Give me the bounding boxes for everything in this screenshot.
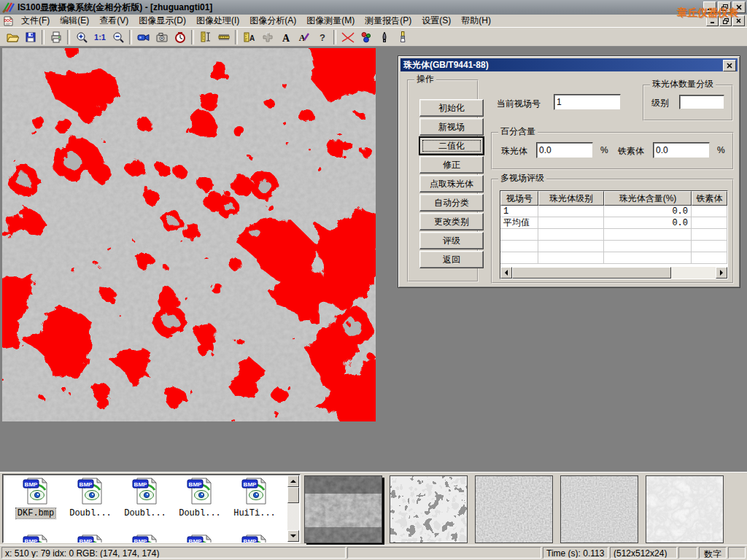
- print-button[interactable]: [47, 28, 65, 46]
- file-item[interactable]: Doubl...: [118, 476, 172, 518]
- auto-classify-button[interactable]: 自动分类: [419, 194, 484, 211]
- initialize-button[interactable]: 初始化: [419, 99, 484, 117]
- menu-item-image-process[interactable]: 图像处理(I): [191, 14, 244, 28]
- open-button[interactable]: [3, 28, 21, 46]
- zoom-in-button[interactable]: [72, 28, 90, 46]
- col-field-number[interactable]: 视场号: [500, 191, 538, 206]
- toolbar-separator: [67, 30, 70, 44]
- help-button[interactable]: ?: [313, 28, 331, 46]
- document-system-icon[interactable]: DOC: [3, 16, 14, 26]
- child-restore-button[interactable]: [719, 15, 732, 26]
- thumbnail-5[interactable]: [646, 475, 724, 543]
- grading-group-label: 珠光体数量分级: [650, 79, 716, 89]
- curve-measure-button[interactable]: [338, 28, 357, 46]
- scroll-left-arrow[interactable]: [500, 267, 512, 279]
- text-button[interactable]: A: [276, 28, 295, 46]
- thumbnail-4[interactable]: [560, 475, 638, 543]
- svg-text:?: ?: [320, 32, 325, 43]
- pen-button[interactable]: [375, 28, 393, 46]
- file-item-partial[interactable]: [9, 533, 63, 543]
- col-pearlite-pct[interactable]: 珠光体含量(%): [604, 191, 692, 206]
- file-item-partial[interactable]: [118, 533, 172, 543]
- new-field-button[interactable]: 新视场: [419, 118, 484, 136]
- pick-pearlite-button[interactable]: 点取珠光体: [419, 175, 484, 192]
- scrollbar-thumb[interactable]: [287, 487, 299, 503]
- menu-item-settings[interactable]: 设置(S): [417, 14, 456, 28]
- child-minimize-button[interactable]: [706, 15, 719, 26]
- return-button[interactable]: 返回: [419, 251, 484, 268]
- menu-item-image-display[interactable]: 图像显示(D): [133, 14, 191, 28]
- col-pearlite-grade[interactable]: 珠光体级别: [538, 191, 604, 206]
- menu-item-image-measure[interactable]: 图像测量(M): [301, 14, 360, 28]
- phase-dots-button[interactable]: [357, 28, 375, 46]
- file-vertical-scrollbar[interactable]: [287, 475, 299, 542]
- bmp-file-icon: [241, 476, 268, 505]
- current-field-input[interactable]: [554, 94, 621, 110]
- ferrite-percent-input[interactable]: [653, 142, 710, 158]
- file-name[interactable]: DKF.bmp: [16, 508, 55, 518]
- pearlite-percent-input[interactable]: [536, 142, 593, 158]
- binarize-button[interactable]: 二值化: [419, 137, 484, 155]
- grade-button[interactable]: 评级: [419, 232, 484, 249]
- grading-group: 珠光体数量分级 级别: [643, 85, 733, 121]
- measure-text-button[interactable]: A: [240, 28, 258, 46]
- brush-button[interactable]: [393, 28, 411, 46]
- status-empty-panel: [347, 547, 541, 559]
- file-item-partial[interactable]: [228, 533, 282, 543]
- grid-cross-button[interactable]: [258, 28, 276, 46]
- scroll-up-arrow[interactable]: [287, 475, 299, 487]
- timer-button[interactable]: [171, 28, 189, 46]
- dialog-title-bar: 珠光体(GB/T9441-88): [400, 58, 738, 71]
- file-item[interactable]: HuiTi...: [228, 476, 282, 518]
- grading-table[interactable]: 视场号 珠光体级别 珠光体含量(%) 铁素体 1 0.0 平均值: [500, 190, 728, 279]
- svg-text:DOC: DOC: [4, 18, 12, 23]
- menu-item-file[interactable]: 文件(F): [16, 14, 55, 28]
- file-item[interactable]: Doubl...: [173, 476, 227, 518]
- minimize-button[interactable]: [703, 1, 716, 13]
- menu-item-image-analysis[interactable]: 图像分析(A): [244, 14, 301, 28]
- status-mode: 数字: [699, 547, 727, 559]
- table-horizontal-scrollbar[interactable]: [500, 267, 727, 279]
- correct-button[interactable]: 修正: [419, 156, 484, 174]
- file-item[interactable]: Doubl...: [63, 476, 117, 518]
- file-name[interactable]: Doubl...: [123, 508, 168, 518]
- col-ferrite[interactable]: 铁素体: [692, 191, 727, 206]
- child-close-button[interactable]: [732, 15, 745, 26]
- ruler-button[interactable]: [214, 28, 233, 46]
- scroll-down-arrow[interactable]: [287, 530, 299, 542]
- actual-size-button[interactable]: 1:1: [90, 28, 109, 46]
- file-name[interactable]: Doubl...: [68, 508, 113, 518]
- video-capture-button[interactable]: [134, 28, 152, 46]
- file-name[interactable]: HuiTi...: [232, 508, 277, 518]
- dialog-close-button[interactable]: [723, 60, 736, 71]
- table-row[interactable]: 1 0.0: [500, 206, 727, 217]
- thumbnail-1[interactable]: [304, 475, 382, 543]
- caliper-button[interactable]: [196, 28, 214, 46]
- file-item[interactable]: DKF.bmp: [9, 476, 63, 518]
- restore-button[interactable]: [718, 1, 731, 13]
- file-item-partial[interactable]: [173, 533, 227, 543]
- file-browser[interactable]: DKF.bmp Doubl... Doubl... Doubl... HuiTi…: [2, 474, 301, 543]
- menu-item-view[interactable]: 查看(V): [94, 14, 133, 28]
- metallographic-image[interactable]: [2, 48, 376, 421]
- bmp-file-icon: [22, 476, 50, 505]
- annotate-button[interactable]: A: [295, 28, 313, 46]
- zoom-out-button[interactable]: [109, 28, 127, 46]
- close-button[interactable]: [732, 1, 746, 13]
- save-button[interactable]: [21, 28, 39, 46]
- camera-capture-button[interactable]: [152, 28, 171, 46]
- status-empty-panel: [728, 547, 746, 559]
- thumbnail-3[interactable]: [475, 475, 553, 543]
- change-class-button[interactable]: 更改类别: [419, 213, 484, 230]
- scroll-right-arrow[interactable]: [716, 267, 727, 279]
- level-input[interactable]: [679, 95, 724, 109]
- file-name[interactable]: Doubl...: [177, 508, 222, 518]
- scrollbar-thumb[interactable]: [512, 267, 671, 279]
- file-item-partial[interactable]: [63, 533, 117, 543]
- menu-item-report[interactable]: 测量报告(P): [360, 14, 417, 28]
- thumbnail-2[interactable]: [390, 475, 468, 543]
- menu-item-help[interactable]: 帮助(H): [456, 14, 496, 28]
- status-position: x: 510 y: 79 idx: 0 RGB: (174, 174, 174): [1, 547, 346, 559]
- menu-item-edit[interactable]: 编辑(E): [55, 14, 94, 28]
- table-row[interactable]: 平均值 0.0: [500, 217, 727, 229]
